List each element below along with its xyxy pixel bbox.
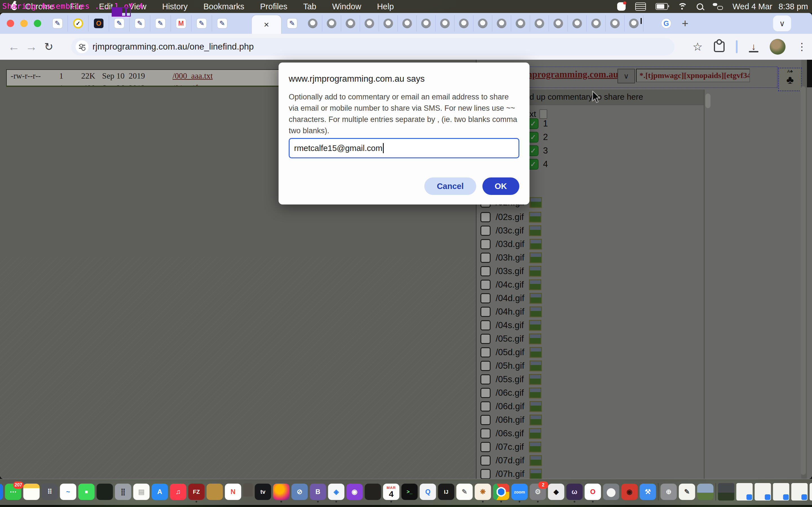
dock-icon[interactable]: ⊘ — [292, 484, 308, 500]
dock-icon[interactable]: zoom — [511, 484, 528, 500]
browser-tab[interactable] — [568, 15, 587, 32]
dock-icon[interactable]: ⣿ — [115, 484, 132, 500]
browser-tab[interactable] — [530, 15, 549, 32]
dock-icon[interactable]: ✎ — [679, 484, 695, 500]
dock-icon[interactable]: ■ — [79, 484, 95, 500]
dock-icon[interactable]: ▤ — [133, 484, 150, 500]
dock-icon[interactable]: ω — [566, 484, 583, 500]
keyboard-icon[interactable] — [635, 3, 646, 11]
dock-icon[interactable]: ✉ — [0, 484, 3, 500]
dock-icon[interactable]: ◉ — [347, 484, 363, 500]
dock-icon[interactable]: ⋯ 207 — [5, 484, 21, 500]
browser-tab[interactable] — [511, 15, 530, 32]
dock-icon[interactable]: >_ — [402, 484, 418, 500]
dock-icon[interactable]: FZ — [188, 484, 205, 500]
browser-tab[interactable] — [398, 15, 417, 32]
dock-icon[interactable] — [365, 484, 381, 500]
dock-icon[interactable] — [716, 483, 716, 501]
menu-item[interactable]: History — [154, 0, 195, 13]
profile-avatar[interactable] — [770, 39, 785, 55]
dock-icon[interactable]: ◈ — [328, 484, 345, 500]
site-settings-icon[interactable] — [78, 43, 86, 51]
ok-button[interactable]: OK — [483, 177, 520, 195]
dock-icon[interactable] — [603, 484, 619, 500]
dock-icon[interactable]: B — [310, 484, 326, 500]
browser-tab[interactable] — [473, 15, 492, 32]
dock-icon[interactable]: A — [152, 484, 168, 500]
dock-icon[interactable]: ⚙ 2 — [530, 484, 546, 500]
forward-button[interactable]: → — [22, 40, 40, 54]
close-window-button[interactable] — [7, 20, 14, 27]
dock-icon[interactable]: ♫ — [170, 484, 186, 500]
browser-tab[interactable] — [68, 15, 89, 32]
dock-icon[interactable]: ⚒ — [640, 484, 656, 500]
menu-item[interactable]: Window — [324, 0, 369, 13]
dock-icon[interactable] — [23, 484, 40, 500]
dock-icon[interactable] — [773, 483, 790, 501]
dialog-text-input[interactable]: rmetcalfe15@gmail.com — [289, 138, 519, 158]
dock-icon[interactable]: tv — [255, 484, 271, 500]
app-status-icon[interactable] — [617, 2, 626, 11]
downloads-icon[interactable]: ↓ — [749, 41, 758, 52]
browser-tab[interactable] — [587, 15, 606, 32]
dock-icon[interactable] — [658, 483, 659, 501]
minimize-window-button[interactable] — [20, 20, 28, 27]
battery-icon[interactable] — [656, 3, 668, 10]
dock-icon[interactable] — [243, 483, 253, 497]
browser-tab[interactable] — [379, 15, 398, 32]
dock-icon[interactable] — [97, 484, 113, 500]
browser-tab[interactable] — [549, 15, 568, 32]
dock-icon[interactable]: MAR 4 — [383, 484, 400, 500]
dock-icon[interactable]: O — [585, 484, 601, 500]
dock-icon[interactable]: N — [225, 484, 241, 500]
new-tab-button[interactable]: + — [679, 17, 691, 30]
dock-icon[interactable] — [792, 483, 808, 501]
browser-tab[interactable] — [282, 15, 302, 32]
dock-icon[interactable]: ❋ — [475, 484, 491, 500]
browser-tab[interactable] — [606, 15, 624, 32]
browser-tab[interactable] — [130, 15, 150, 32]
dock-icon[interactable] — [207, 484, 223, 500]
url-text[interactable]: rjmprogramming.com.au/one_linefind.php — [93, 42, 254, 52]
dock-icon[interactable]: ◆ — [548, 484, 564, 500]
dock-icon[interactable]: ~ — [60, 484, 77, 500]
browser-tab[interactable] — [492, 15, 511, 32]
close-tab-icon[interactable]: × — [264, 19, 269, 30]
tab-search-button[interactable]: ∨ — [773, 15, 791, 31]
dock-icon[interactable]: ⊕ — [661, 484, 677, 500]
active-tab[interactable]: × — [252, 15, 281, 34]
browser-tab[interactable] — [192, 15, 212, 32]
dock-icon[interactable]: Q — [420, 484, 436, 500]
dock-icon[interactable]: ✎ — [456, 484, 473, 500]
cancel-button[interactable]: Cancel — [424, 177, 476, 195]
browser-tab[interactable] — [436, 15, 455, 32]
browser-tab[interactable] — [47, 15, 68, 32]
browser-tab[interactable] — [303, 15, 322, 32]
zoom-window-button[interactable] — [34, 20, 41, 27]
spotlight-search-icon[interactable] — [697, 3, 703, 10]
dock-icon[interactable] — [493, 484, 509, 500]
browser-tab[interactable] — [360, 15, 379, 32]
dock-icon[interactable] — [718, 483, 734, 501]
menu-item[interactable]: Bookmarks — [195, 0, 252, 13]
browser-menu-icon[interactable]: ⋮ — [797, 41, 807, 53]
menu-item[interactable]: Profiles — [252, 0, 296, 13]
menu-item[interactable]: Help — [369, 0, 402, 13]
browser-tab[interactable] — [455, 15, 473, 32]
address-bar[interactable]: rjmprogramming.com.au/one_linefind.php — [71, 38, 674, 55]
browser-tab[interactable] — [89, 15, 109, 32]
browser-tab[interactable] — [417, 15, 436, 32]
dock-icon[interactable] — [737, 483, 753, 501]
reload-button[interactable]: ↻ — [40, 41, 57, 53]
browser-tab[interactable] — [212, 15, 232, 32]
dock-icon[interactable]: ◉ — [621, 484, 638, 500]
browser-tab[interactable] — [322, 15, 341, 32]
browser-tab[interactable] — [150, 15, 171, 32]
menu-item[interactable]: Tab — [295, 0, 324, 13]
dock-icon[interactable]: ⠿ — [42, 484, 58, 500]
wifi-icon[interactable] — [677, 3, 687, 10]
back-button[interactable]: ← — [5, 40, 22, 54]
browser-tab-barcode[interactable] — [641, 18, 642, 24]
menu-clock[interactable]: Wed 4 Mar 8:38 pm — [732, 2, 808, 11]
dock-icon[interactable] — [755, 483, 771, 501]
